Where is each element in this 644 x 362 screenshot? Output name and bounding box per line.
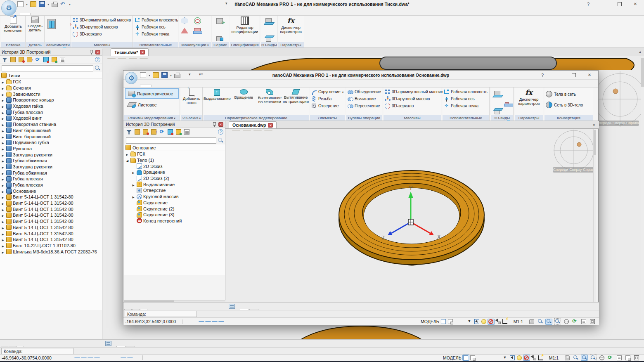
ribbon-tab[interactable] [184, 85, 194, 87]
scale-indicator[interactable]: М1:1 [514, 319, 523, 324]
tree-item[interactable]: Скругление (3) [124, 212, 225, 218]
command-input[interactable]: Команда: [1, 348, 73, 354]
ribbon-row-button[interactable]: 3D-зеркало [73, 31, 132, 37]
layouts-icon[interactable] [229, 304, 235, 309]
tree-item[interactable]: Винт барашковый [0, 133, 102, 140]
tree-item[interactable]: Губка плоская [0, 182, 102, 188]
ribbon-tab[interactable] [162, 85, 173, 87]
expand-icon[interactable] [1, 158, 5, 163]
expand-icon[interactable] [1, 128, 5, 133]
status-icon-button[interactable] [537, 355, 544, 361]
help-icon[interactable] [95, 57, 100, 62]
group-label[interactable]: Режимы моделирования [124, 115, 180, 121]
status-icon-button[interactable] [440, 319, 447, 325]
ribbon-row-button[interactable]: Сеть в 3D-тело [546, 101, 592, 109]
status-toggle[interactable] [74, 357, 80, 358]
tree-item[interactable]: Поворотная станина [0, 121, 102, 128]
status-toggle[interactable] [101, 357, 107, 358]
tree-item[interactable]: ГСК [124, 151, 225, 157]
status-toggle[interactable] [81, 357, 87, 358]
nav-icon-button[interactable] [537, 319, 544, 325]
tree-item[interactable]: Ходовой винт [0, 115, 102, 121]
expand-icon[interactable] [131, 182, 135, 187]
tree-item[interactable]: Винт 5-14-Ц-ОСТ 1 31542-80 [0, 200, 102, 206]
tab-scroll-left-icon[interactable]: ◂ [639, 50, 641, 54]
convert-block-icon[interactable] [216, 36, 222, 41]
expand-icon[interactable] [1, 201, 5, 206]
status-icon-button[interactable] [502, 319, 509, 325]
expand-icon[interactable] [1, 92, 5, 97]
expand-icon[interactable] [1, 189, 5, 194]
scale-indicator[interactable]: М1:1 [549, 355, 559, 360]
status-icon-button[interactable] [466, 319, 474, 325]
status-icon-button[interactable] [530, 355, 537, 361]
expand-icon[interactable] [1, 176, 5, 181]
open-file-icon[interactable] [30, 1, 36, 7]
group-label[interactable]: 2D-эскиз [181, 115, 202, 121]
nav-icon-button[interactable] [545, 319, 552, 325]
param-manager-button[interactable]: Диспетчер параметров [515, 88, 543, 106]
ribbon-tab[interactable] [52, 14, 63, 15]
nav-icon-button[interactable] [590, 355, 597, 361]
tree-item[interactable]: Скругление (2) [124, 206, 225, 212]
ribbon-row-button[interactable]: 3D-круговой массив [385, 96, 440, 102]
status-toggle[interactable] [94, 357, 100, 358]
help-button[interactable] [535, 71, 550, 79]
tree-item[interactable]: Рукоятка [0, 146, 102, 152]
panel-tool[interactable] [184, 129, 190, 135]
ribbon-tab[interactable] [173, 85, 184, 87]
tree-item[interactable]: Вращение [124, 169, 225, 175]
expand-icon[interactable] [1, 182, 5, 187]
panel-tool[interactable] [10, 57, 16, 63]
status-icon-button[interactable] [469, 355, 476, 361]
expand-icon[interactable] [1, 85, 5, 90]
tree-item[interactable]: Губка обжимная [0, 158, 102, 164]
tree-item[interactable]: Отверстие [124, 187, 225, 194]
expand-icon[interactable] [131, 170, 135, 175]
panel-tool[interactable] [151, 129, 157, 135]
status-toggle[interactable] [61, 357, 67, 358]
minimize-button[interactable] [596, 0, 612, 8]
tree-item[interactable]: Заглушка рукоятки [0, 151, 102, 158]
expand-icon[interactable] [1, 97, 5, 102]
ribbon-tab[interactable] [152, 85, 162, 87]
status-toggle[interactable] [238, 321, 244, 322]
tree-item[interactable]: ГСК [0, 79, 102, 85]
expand-icon[interactable] [1, 243, 5, 248]
status-icon-button[interactable] [488, 319, 495, 325]
tree-item[interactable]: Винт 5-14-Ц-ОСТ 1 31542-80 [0, 237, 102, 243]
status-icon-button[interactable] [509, 355, 516, 361]
tree-item[interactable]: 2D Эскиз (2) [124, 175, 225, 182]
tree-item[interactable]: Винт 5-14-Ц-ОСТ 1 31542-80 [0, 194, 102, 200]
undo-icon[interactable] [60, 1, 66, 7]
nav-icon-button[interactable] [607, 355, 614, 361]
ribbon-row-button[interactable]: Резьба [311, 96, 344, 102]
constraint-icon[interactable] [47, 19, 56, 29]
ribbon-row-button[interactable]: Вычитание [348, 96, 381, 102]
tree-root[interactable]: Тиски [0, 72, 102, 79]
expand-icon[interactable] [131, 194, 135, 199]
undo-dropdown-icon[interactable]: ▾ [69, 2, 71, 6]
status-toggle[interactable] [199, 321, 204, 322]
tree-item[interactable]: Винт 5-14-Ц-ОСТ 1 31542-80 [0, 212, 102, 218]
print-icon[interactable] [174, 74, 180, 78]
expand-icon[interactable] [1, 110, 5, 115]
ribbon-row-button[interactable]: 3D-зеркало [385, 103, 440, 109]
tree-item[interactable]: Сечения [0, 85, 102, 91]
flatten-view-icon[interactable] [494, 91, 500, 96]
nav-icon-button[interactable] [598, 355, 605, 361]
status-toggle[interactable] [121, 357, 126, 358]
help-icon[interactable] [218, 129, 223, 135]
expand-icon[interactable] [1, 219, 5, 224]
expand-icon[interactable] [1, 207, 5, 212]
close-button[interactable] [582, 71, 597, 79]
doc-tab-tiski[interactable]: Тиски.dwa* [111, 48, 149, 56]
panel-tool[interactable] [159, 129, 165, 135]
nav-icon-button[interactable] [554, 319, 561, 325]
expand-icon[interactable] [1, 140, 5, 145]
expand-icon[interactable] [1, 152, 5, 157]
panel-tool[interactable] [2, 57, 8, 63]
status-icon-button[interactable] [502, 355, 509, 361]
qat-customize-icon[interactable]: ▾ [224, 1, 229, 5]
new-dropdown-icon[interactable]: ▾ [26, 2, 28, 6]
